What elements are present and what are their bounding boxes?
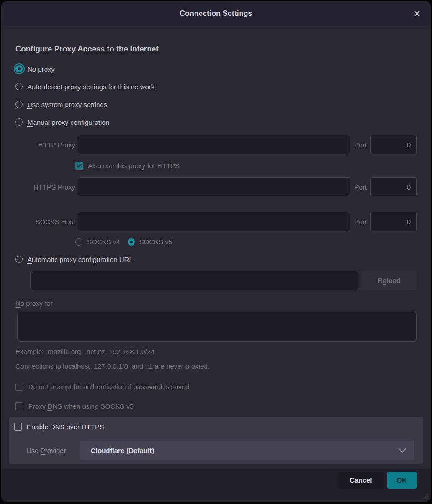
socks-port-label: Port — [354, 218, 367, 226]
radio-row-auto-url[interactable]: Automatic proxy configuration URL — [15, 254, 417, 264]
example-text: Example: .mozilla.org, .net.nz, 192.168.… — [15, 348, 417, 355]
chevron-down-icon — [399, 448, 406, 453]
radio-row-no-proxy[interactable]: No proxy — [15, 64, 417, 74]
dialog-footer: Cancel OK — [1, 469, 431, 502]
checkbox-proxy-dns — [15, 402, 23, 410]
checkbox-enable-doh[interactable] — [14, 423, 22, 431]
dialog-title: Connection Settings — [180, 10, 252, 18]
http-port-label: Port — [354, 141, 367, 149]
no-proxy-for-textarea — [17, 312, 417, 342]
https-port-label: Port — [354, 183, 367, 191]
http-proxy-input — [78, 135, 350, 154]
enable-doh-row[interactable]: Enable DNS over HTTPS — [14, 423, 414, 431]
https-port-input — [370, 177, 417, 196]
socks-port-input — [370, 212, 417, 231]
resize-grip-icon[interactable] — [421, 492, 429, 500]
also-https-label: Also use this proxy for HTTPS — [88, 162, 180, 170]
checkbox-also-https — [75, 162, 83, 170]
cancel-button[interactable]: Cancel — [338, 472, 383, 489]
provider-row: Use Provider Cloudflare (Default) — [26, 441, 414, 460]
use-provider-label: Use Provider — [26, 447, 74, 454]
never-proxied-text: Connections to localhost, 127.0.0.1/8, a… — [15, 362, 417, 370]
https-proxy-input — [78, 177, 350, 196]
enable-doh-label[interactable]: Enable DNS over HTTPS — [27, 423, 104, 431]
radio-manual-label[interactable]: Manual proxy configuration — [27, 118, 109, 126]
provider-dropdown-value: Cloudflare (Default) — [91, 447, 154, 454]
proxy-dns-label: Proxy DNS when using SOCKS v5 — [28, 402, 134, 410]
ok-button[interactable]: OK — [387, 472, 417, 489]
checkbox-no-auth-prompt — [15, 383, 23, 391]
also-https-row: Also use this proxy for HTTPS — [75, 162, 417, 170]
dialog-body: Configure Proxy Access to the Internet N… — [1, 26, 431, 469]
socks-v4-group: SOCKS v4 — [75, 238, 120, 246]
doh-section: Enable DNS over HTTPS Use Provider Cloud… — [9, 417, 423, 464]
https-proxy-label: HTTPS Proxy — [15, 183, 75, 191]
socks-host-row: SOCKS Host Port — [15, 212, 417, 231]
socks-v5-group: SOCKS v5 — [128, 238, 173, 246]
radio-socks-v4-label: SOCKS v4 — [87, 238, 120, 246]
page-title: Configure Proxy Access to the Internet — [15, 44, 417, 55]
radio-row-auto-detect[interactable]: Auto-detect proxy settings for this netw… — [15, 82, 417, 92]
no-proxy-for-label: No proxy for — [15, 299, 417, 307]
no-auth-prompt-row: Do not prompt for authentication if pass… — [15, 383, 417, 391]
radio-socks-v4 — [75, 238, 82, 246]
titlebar: Connection Settings ✕ — [1, 1, 431, 26]
reload-button: Reload — [362, 271, 417, 290]
radio-socks-v5 — [128, 238, 135, 246]
socks-host-input — [78, 212, 350, 231]
radio-row-manual[interactable]: Manual proxy configuration — [15, 117, 417, 127]
close-icon[interactable]: ✕ — [411, 1, 423, 26]
radio-no-proxy-label[interactable]: No proxy — [27, 65, 55, 73]
radio-auto-detect[interactable] — [15, 83, 23, 90]
radio-socks-v5-label: SOCKS v5 — [139, 238, 173, 246]
check-icon — [77, 164, 82, 168]
radio-auto-detect-label[interactable]: Auto-detect proxy settings for this netw… — [27, 83, 154, 91]
no-auth-prompt-label: Do not prompt for authentication if pass… — [28, 383, 190, 391]
radio-auto-url-label[interactable]: Automatic proxy configuration URL — [27, 256, 133, 263]
provider-dropdown[interactable]: Cloudflare (Default) — [80, 441, 414, 460]
radio-no-proxy[interactable] — [15, 65, 23, 72]
proxy-dns-row: Proxy DNS when using SOCKS v5 — [15, 402, 417, 410]
radio-use-system[interactable] — [15, 101, 23, 108]
http-port-input — [370, 135, 417, 154]
radio-auto-url[interactable] — [15, 256, 23, 263]
socks-host-label: SOCKS Host — [15, 218, 75, 226]
https-proxy-row: HTTPS Proxy Port — [15, 177, 417, 196]
radio-row-use-system[interactable]: Use system proxy settings — [15, 99, 417, 109]
connection-settings-dialog: Connection Settings ✕ Configure Proxy Ac… — [1, 1, 431, 502]
socks-version-row: SOCKS v4 SOCKS v5 — [75, 238, 417, 246]
radio-manual[interactable] — [15, 118, 23, 126]
auto-url-input — [30, 271, 358, 290]
radio-use-system-label[interactable]: Use system proxy settings — [27, 101, 107, 108]
http-proxy-label: HTTP Proxy — [15, 141, 75, 149]
auto-url-row: Reload — [30, 271, 417, 290]
http-proxy-row: HTTP Proxy Port — [15, 135, 417, 154]
